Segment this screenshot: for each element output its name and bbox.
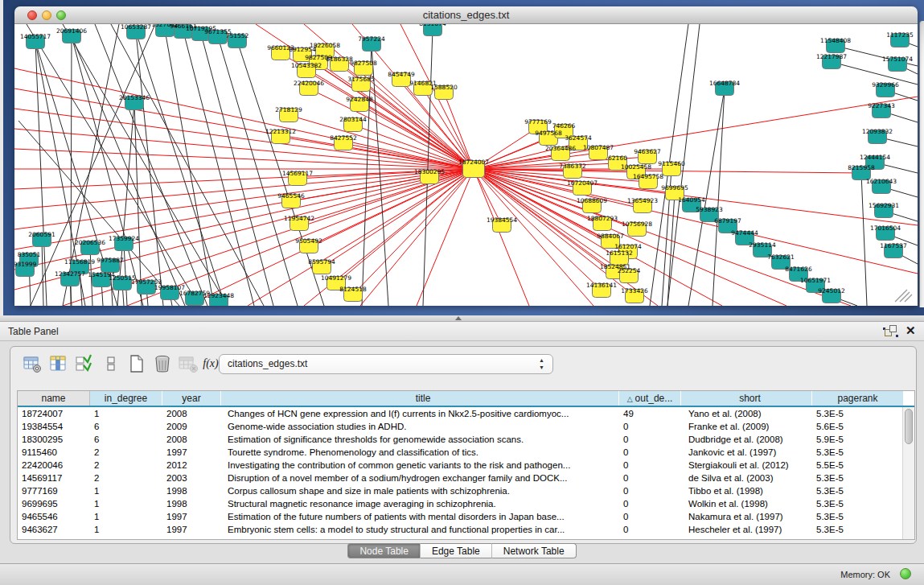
table-row[interactable]: 1830029562008Estimation of significance … bbox=[18, 433, 914, 446]
table-cell[interactable]: 2008 bbox=[162, 433, 221, 446]
table-cell[interactable]: 2 bbox=[90, 459, 162, 472]
table-cell[interactable]: 1 bbox=[90, 510, 162, 523]
table-cell[interactable]: Dudbridge et al. (2008) bbox=[681, 433, 812, 446]
network-canvas[interactable]: 1872400796601238912954182260589827509105… bbox=[14, 24, 918, 306]
column-header-year[interactable]: year bbox=[162, 391, 221, 406]
table-cell[interactable]: 9777169 bbox=[18, 484, 90, 497]
table-cell[interactable]: 1 bbox=[90, 523, 162, 536]
table-cell[interactable]: Nakamura et al. (1997) bbox=[681, 510, 812, 523]
table-cell[interactable]: 0 bbox=[619, 510, 681, 523]
table-settings-icon[interactable] bbox=[22, 353, 43, 374]
table-cell[interactable]: 0 bbox=[619, 446, 681, 459]
table-body[interactable]: 1872400712008Changes of HCN gene express… bbox=[18, 407, 914, 536]
table-cell[interactable]: Genome-wide association studies in ADHD. bbox=[221, 420, 619, 433]
table-cell[interactable]: 2003 bbox=[162, 472, 221, 484]
table-cell[interactable]: Tourette syndrome. Phenomenology and cla… bbox=[221, 446, 619, 459]
table-cell[interactable]: 2009 bbox=[162, 420, 221, 433]
network-window-titlebar[interactable]: citations_edges.txt bbox=[14, 6, 918, 24]
table-cell[interactable]: Disruption of a novel member of a sodium… bbox=[221, 472, 619, 484]
vertical-scrollbar[interactable] bbox=[902, 407, 914, 539]
table-cell[interactable]: 0 bbox=[619, 459, 681, 472]
table-cell[interactable]: 5.3E-5 bbox=[812, 523, 904, 536]
table-cell[interactable]: Embryonic stem cells: a model to study s… bbox=[221, 523, 619, 536]
table-row[interactable]: 946362711997Embryonic stem cells: a mode… bbox=[18, 523, 914, 536]
select-columns-icon[interactable] bbox=[73, 353, 94, 374]
delete-icon[interactable] bbox=[152, 353, 173, 374]
table-cell[interactable]: de Silva et al. (2003) bbox=[681, 472, 812, 484]
memory-status-indicator[interactable] bbox=[900, 568, 911, 579]
table-cell[interactable]: 14569117 bbox=[18, 472, 90, 484]
table-cell[interactable]: 18724007 bbox=[18, 407, 90, 420]
table-cell[interactable]: Changes of HCN gene expression and I(f) … bbox=[221, 407, 619, 420]
table-cell[interactable]: 6 bbox=[90, 433, 162, 446]
table-cell[interactable]: Franke et al. (2009) bbox=[681, 420, 812, 433]
tab-network-table[interactable]: Network Table bbox=[492, 543, 577, 558]
tab-node-table[interactable]: Node Table bbox=[347, 543, 421, 558]
table-cell[interactable]: 5.3E-5 bbox=[812, 407, 904, 420]
table-cell[interactable]: Wolkin et al. (1998) bbox=[681, 497, 812, 510]
tab-edge-table[interactable]: Edge Table bbox=[421, 543, 492, 558]
row-options-icon[interactable] bbox=[101, 353, 121, 374]
table-cell[interactable]: 5.3E-5 bbox=[812, 510, 904, 523]
table-cell[interactable]: 19384554 bbox=[18, 420, 90, 433]
table-cell[interactable]: 1998 bbox=[162, 497, 221, 510]
table-cell[interactable]: 9463627 bbox=[18, 523, 90, 536]
table-cell[interactable]: Estimation of significance thresholds fo… bbox=[221, 433, 619, 446]
table-cell[interactable]: 1997 bbox=[162, 510, 221, 523]
table-cell[interactable]: Tibbo et al. (1998) bbox=[681, 484, 812, 497]
table-cell[interactable]: 5.6E-5 bbox=[812, 420, 904, 433]
table-cell[interactable]: Investigating the contribution of common… bbox=[221, 459, 619, 472]
column-header-pagerank[interactable]: pagerank bbox=[812, 391, 904, 406]
column-header-in_degree[interactable]: in_degree bbox=[90, 391, 162, 406]
table-cell[interactable]: Stergiakouli et al. (2012) bbox=[681, 459, 812, 472]
table-cell[interactable]: 1997 bbox=[162, 523, 221, 536]
table-cell[interactable]: 6 bbox=[90, 420, 162, 433]
table-row[interactable]: 1872400712008Changes of HCN gene express… bbox=[18, 407, 914, 420]
splitter-handle-icon[interactable] bbox=[455, 316, 462, 320]
close-icon[interactable]: ✕ bbox=[906, 324, 916, 337]
table-cell[interactable]: 1 bbox=[90, 407, 162, 420]
table-cell[interactable]: 0 bbox=[619, 472, 681, 484]
table-cell[interactable]: 0 bbox=[619, 523, 681, 536]
table-cell[interactable]: 9115460 bbox=[18, 446, 90, 459]
table-cell[interactable]: 2 bbox=[90, 446, 162, 459]
table-cell[interactable]: Yano et al. (2008) bbox=[681, 407, 812, 420]
table-row[interactable]: 1456911722003Disruption of a novel membe… bbox=[18, 472, 914, 484]
table-cell[interactable]: 1 bbox=[90, 497, 162, 510]
table-cell[interactable]: 5.3E-5 bbox=[812, 472, 904, 484]
table-cell[interactable]: 2008 bbox=[162, 407, 221, 420]
table-row[interactable]: 946554611997Estimation of the future num… bbox=[18, 510, 914, 523]
column-header-name[interactable]: name bbox=[18, 391, 90, 406]
table-cell[interactable]: 5.9E-5 bbox=[812, 433, 904, 446]
node-table[interactable]: namein_degreeyeartitle△out_de...shortpag… bbox=[17, 390, 915, 540]
table-cell[interactable]: 5.3E-5 bbox=[812, 446, 904, 459]
table-cell[interactable]: 1998 bbox=[162, 484, 221, 497]
table-cell[interactable]: 49 bbox=[619, 407, 681, 420]
table-cell[interactable]: Structural magnetic resonance image aver… bbox=[221, 497, 619, 510]
scrollbar-thumb[interactable] bbox=[905, 409, 913, 444]
table-cell[interactable]: 18300295 bbox=[18, 433, 90, 446]
column-header-out_de[interactable]: △out_de... bbox=[619, 391, 681, 406]
column-header-short[interactable]: short bbox=[681, 391, 812, 406]
column-header-title[interactable]: title bbox=[221, 391, 619, 406]
table-cell[interactable]: 9699695 bbox=[18, 497, 90, 510]
table-cell[interactable]: 2 bbox=[90, 472, 162, 484]
table-cell[interactable]: 1997 bbox=[162, 446, 221, 459]
table-cell[interactable]: 2012 bbox=[162, 459, 221, 472]
table-row[interactable]: 2242004622012Investigating the contribut… bbox=[18, 459, 914, 472]
table-cell[interactable]: 5.5E-5 bbox=[812, 459, 904, 472]
table-cell[interactable]: 0 bbox=[619, 497, 681, 510]
table-cell[interactable]: Corpus callosum shape and size in male p… bbox=[221, 484, 619, 497]
show-columns-icon[interactable] bbox=[47, 353, 68, 374]
panel-splitter[interactable] bbox=[0, 315, 924, 322]
table-cell[interactable]: 0 bbox=[619, 420, 681, 433]
new-document-icon[interactable] bbox=[126, 353, 147, 374]
table-row[interactable]: 911546021997Tourette syndrome. Phenomeno… bbox=[18, 446, 914, 459]
table-selector-dropdown[interactable]: citations_edges.txt ▲▼ bbox=[219, 354, 553, 374]
table-row[interactable]: 969969511998Structural magnetic resonanc… bbox=[18, 497, 914, 510]
table-cell[interactable]: 0 bbox=[619, 484, 681, 497]
table-row[interactable]: 977716911998Corpus callosum shape and si… bbox=[18, 484, 914, 497]
table-cell[interactable]: Hescheler et al. (1997) bbox=[681, 523, 812, 536]
table-cell[interactable]: Estimation of the future numbers of pati… bbox=[221, 510, 619, 523]
resize-grip-icon[interactable] bbox=[893, 288, 914, 303]
